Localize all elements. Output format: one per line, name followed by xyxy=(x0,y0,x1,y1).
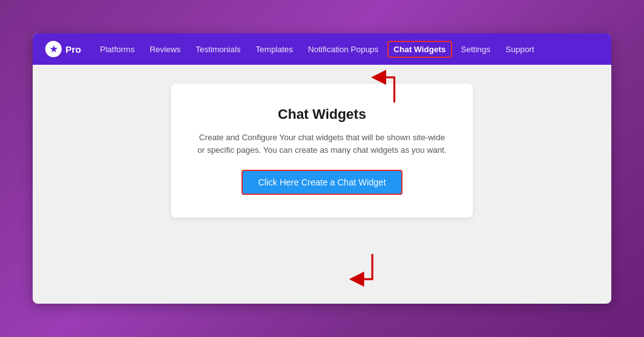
create-chat-widget-button[interactable]: Click Here Create a Chat Widget xyxy=(242,170,402,195)
arrow-top-annotation xyxy=(360,65,410,111)
card-description: Create and Configure Your chat widgets t… xyxy=(196,131,448,156)
logo-icon: ★ xyxy=(45,41,62,57)
navbar: ★ Pro Platforms Reviews Testimonials Tem… xyxy=(33,33,611,65)
nav-item-platforms[interactable]: Platforms xyxy=(94,41,141,58)
nav-item-settings[interactable]: Settings xyxy=(455,41,497,58)
nav-item-notification-popups[interactable]: Notification Popups xyxy=(302,41,385,58)
nav-item-testimonials[interactable]: Testimonials xyxy=(189,41,247,58)
card-title: Chat Widgets xyxy=(196,106,448,123)
arrow-bottom-annotation xyxy=(341,251,391,297)
main-content: Chat Widgets Create and Configure Your c… xyxy=(33,65,611,304)
nav-item-chat-widgets[interactable]: Chat Widgets xyxy=(387,41,452,58)
nav-item-support[interactable]: Support xyxy=(499,41,541,58)
logo-text: Pro xyxy=(65,44,81,55)
app-window: ★ Pro Platforms Reviews Testimonials Tem… xyxy=(33,33,611,304)
nav-item-reviews[interactable]: Reviews xyxy=(143,41,187,58)
nav-item-templates[interactable]: Templates xyxy=(250,41,299,58)
content-card: Chat Widgets Create and Configure Your c… xyxy=(171,84,473,218)
nav-logo[interactable]: ★ Pro xyxy=(45,41,81,57)
nav-items: Platforms Reviews Testimonials Templates… xyxy=(94,41,599,58)
